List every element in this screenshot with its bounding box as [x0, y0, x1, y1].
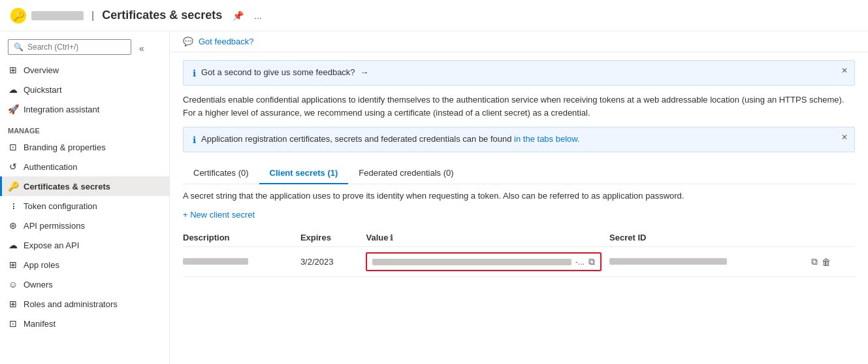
integration-icon: 🚀 [8, 104, 18, 114]
sidebar-item-certificates[interactable]: 🔑 Certificates & secrets [0, 176, 169, 196]
app-icon: 🔑 [10, 8, 26, 24]
tabs-section: Certificates (0) Client secrets (1) Fede… [183, 163, 855, 277]
feedback-label: Got feedback? [199, 37, 254, 46]
row-actions: ⧉ 🗑 [811, 256, 847, 267]
close-banner1-button[interactable]: ✕ [841, 66, 848, 75]
feedback-icon: 💬 [183, 37, 193, 46]
overview-icon: ⊞ [8, 65, 18, 75]
tabs-info-banner: ℹ Application registration certificates,… [183, 127, 855, 152]
authentication-icon: ↺ [8, 161, 18, 172]
certificates-icon: 🔑 [8, 181, 18, 191]
table-row: 3/2/2023 -... ⧉ [183, 247, 855, 277]
cell-expires: 3/2/2023 [300, 247, 366, 277]
main-layout: 🔍 « ⊞ Overview ☁ Quickstart 🚀 Integratio… [0, 31, 868, 364]
col-header-description: Description [183, 229, 300, 247]
api-icon: ⊛ [8, 220, 18, 231]
credentials-description: Credentials enable confidential applicat… [183, 93, 855, 119]
sidebar-item-token-config[interactable]: ⫶ Token configuration [0, 196, 169, 216]
collapse-sidebar-button[interactable]: « [139, 43, 144, 54]
manifest-icon: ⊡ [8, 318, 18, 329]
tab-federated-credentials[interactable]: Federated credentials (0) [348, 163, 464, 184]
sidebar-item-authentication[interactable]: ↺ Authentication [0, 157, 169, 176]
sidebar-item-api-permissions[interactable]: ⊛ API permissions [0, 216, 169, 235]
roles-icon: ⊞ [8, 299, 18, 309]
new-client-secret-button[interactable]: + New client secret [183, 206, 255, 223]
tabs-bar: Certificates (0) Client secrets (1) Fede… [183, 163, 855, 184]
tab-certificates[interactable]: Certificates (0) [183, 163, 259, 184]
col-header-actions [811, 229, 855, 247]
search-input[interactable] [27, 42, 125, 52]
info-icon-1: ℹ [193, 68, 196, 78]
manage-section-label: Manage [0, 119, 169, 137]
cell-secret-id [609, 247, 811, 277]
cell-description [183, 247, 300, 277]
sidebar-item-quickstart[interactable]: ☁ Quickstart [0, 80, 169, 99]
tabs-banner-text: Application registration certificates, s… [201, 134, 580, 144]
sidebar-item-app-roles[interactable]: ⊞ App roles [0, 255, 169, 274]
page-title: Certificates & secrets [102, 8, 222, 22]
sidebar: 🔍 « ⊞ Overview ☁ Quickstart 🚀 Integratio… [0, 31, 170, 364]
sidebar-item-owners[interactable]: ☺ Owners [0, 274, 169, 294]
tabs-link[interactable]: in the tabs below. [514, 134, 579, 144]
value-ellipsis: -... [575, 257, 585, 267]
sidebar-item-expose-api[interactable]: ☁ Expose an API [0, 235, 169, 255]
copy-value-button[interactable]: ⧉ [588, 256, 595, 267]
tab-description: A secret string that the application use… [183, 191, 855, 201]
value-cell-container: -... ⧉ [366, 252, 602, 271]
approles-icon: ⊞ [8, 259, 18, 270]
cell-value: -... ⧉ [366, 247, 609, 277]
feedback-bar[interactable]: 💬 Got feedback? [170, 31, 868, 52]
col-header-value: Value ℹ [366, 229, 609, 247]
secret-id-blurred [609, 258, 727, 265]
tab-client-secrets[interactable]: Client secrets (1) [259, 163, 349, 184]
feedback-banner-text: Got a second to give us some feedback? → [201, 67, 368, 77]
value-blurred [372, 259, 571, 265]
search-icon: 🔍 [14, 42, 24, 52]
feedback-banner: ℹ Got a second to give us some feedback?… [183, 60, 855, 86]
owners-icon: ☺ [8, 279, 18, 290]
sidebar-item-branding[interactable]: ⊡ Branding & properties [0, 137, 169, 157]
delete-secret-button[interactable]: 🗑 [822, 257, 831, 267]
sidebar-item-roles-admins[interactable]: ⊞ Roles and administrators [0, 294, 169, 314]
token-icon: ⫶ [8, 201, 18, 211]
more-icon[interactable]: ... [254, 10, 262, 21]
description-blurred [183, 258, 248, 265]
cell-row-actions: ⧉ 🗑 [811, 247, 855, 277]
sidebar-item-integration-assistant[interactable]: 🚀 Integration assistant [0, 99, 169, 119]
branding-icon: ⊡ [8, 142, 18, 152]
search-box: 🔍 [8, 39, 131, 55]
sidebar-item-manifest[interactable]: ⊡ Manifest [0, 314, 169, 333]
info-icon-2: ℹ [193, 135, 196, 145]
header-separator: | [91, 10, 94, 22]
top-header: 🔑 | Certificates & secrets 📌 ... [0, 0, 868, 31]
close-banner2-button[interactable]: ✕ [841, 133, 848, 142]
app-name-blurred [31, 11, 84, 20]
pin-icon[interactable]: 📌 [233, 10, 244, 21]
expose-icon: ☁ [8, 240, 18, 250]
col-header-expires: Expires [300, 229, 366, 247]
main-content: 💬 Got feedback? ℹ Got a second to give u… [170, 31, 868, 364]
quickstart-icon: ☁ [8, 84, 18, 95]
copy-secret-id-button[interactable]: ⧉ [811, 256, 818, 267]
sidebar-item-overview[interactable]: ⊞ Overview [0, 60, 169, 80]
value-info-icon[interactable]: ℹ [390, 233, 393, 242]
col-header-secret-id: Secret ID [609, 229, 811, 247]
secrets-table: Description Expires Value ℹ Secret ID [183, 229, 855, 277]
